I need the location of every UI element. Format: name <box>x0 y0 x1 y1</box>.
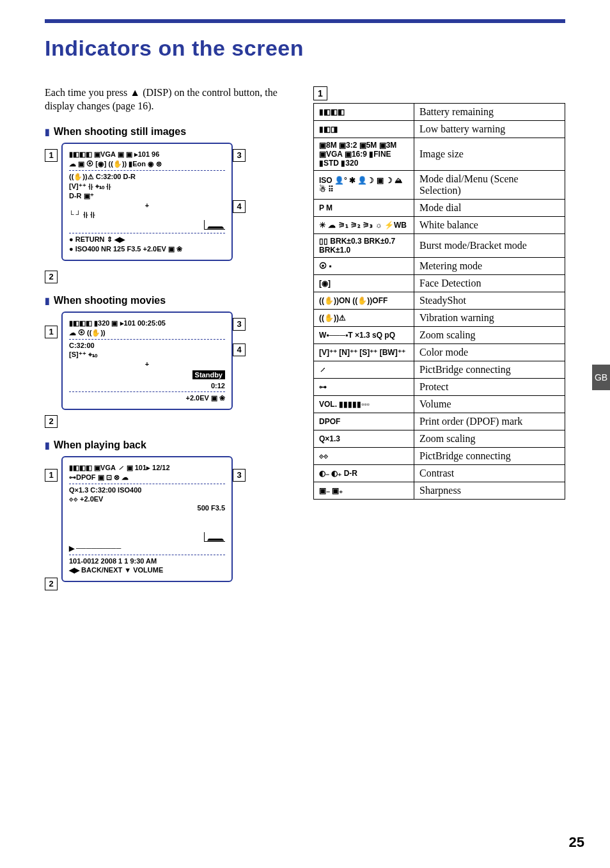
indicator-desc-cell: Burst mode/Bracket mode <box>414 234 565 258</box>
indicator-icon-cell: [◉] <box>314 275 414 292</box>
callout-1: 1 <box>45 149 58 162</box>
mov-row5: + <box>69 360 225 368</box>
table-row: DPOFPrint order (DPOF) mark <box>314 413 565 430</box>
table-row: ⊶Protect <box>314 379 565 396</box>
still-row8: ● RETURN ⇕ ◀▶ <box>69 235 225 244</box>
intro-paragraph: Each time you press ▲ (DISP) on the cont… <box>45 86 288 113</box>
mov-row1: ▮◧◧◧ ▮320 ▣ ▸101 00:25:05 <box>69 319 225 327</box>
page-title: Indicators on the screen <box>45 36 565 61</box>
callout-1: 1 <box>45 469 58 482</box>
indicator-desc-cell: Mode dial <box>414 200 565 217</box>
indicator-icon-cell: Q×1.3 <box>314 430 414 448</box>
indicator-icon-cell: ▣8M ▣3:2 ▣5M ▣3M ▣VGA ▣16:9 ▮FINE ▮STD ▮… <box>314 138 414 171</box>
table-row: ⟋PictBridge connecting <box>314 361 565 379</box>
indicator-desc-cell: Print order (DPOF) mark <box>414 413 565 430</box>
diagram-still: 1 2 ▮◧◧◧ ▣VGA ▣ ▣ ▸101 96 ☁ ▣ ⦿ [◉] ((✋)… <box>45 143 249 283</box>
indicator-desc-cell: Image size <box>414 138 565 171</box>
callout-2: 2 <box>45 415 58 428</box>
table-row: ☀ ☁ ⚞₁ ⚞₂ ⚞₃ ☼ ⚡WBWhite balance <box>314 217 565 234</box>
mov-row2: ☁ ⦿ ((✋)) <box>69 329 225 337</box>
intro-text-1: Each time you press <box>45 87 130 98</box>
indicator-icon-cell: P M <box>314 200 414 217</box>
up-triangle-icon: ▲ <box>130 87 140 98</box>
still-row6: + <box>69 201 225 209</box>
callout-2: 2 <box>45 578 58 590</box>
indicator-desc-cell: SteadyShot <box>414 292 565 310</box>
callout-2: 2 <box>45 271 58 283</box>
histogram-icon <box>204 220 225 230</box>
mov-row6: Standby <box>192 370 225 379</box>
table-row: ISO 👤° ✱ 👤☽ ▣ ☽ ⛰ ☃ ⠿Mode dial/Menu (Sce… <box>314 171 565 200</box>
indicator-desc-cell: Battery remaining <box>414 104 565 121</box>
still-row3: ((✋))⚠ C:32:00 D‑R <box>69 173 225 181</box>
still-row9: ● ISO400 NR 125 F3.5 +2.0EV ▣ ❀ <box>69 245 225 253</box>
indicator-icon-cell: ☀ ☁ ⚞₁ ⚞₂ ⚞₃ ☼ ⚡WB <box>314 217 414 234</box>
callout-1: 1 <box>45 326 58 338</box>
indicator-desc-cell: Volume <box>414 396 565 413</box>
pb-row4: ⟐⟐ +2.0EV <box>69 495 225 503</box>
table-row: ⦿ ▪Metering mode <box>314 258 565 275</box>
still-row1: ▮◧◧◧ ▣VGA ▣ ▣ ▸101 96 <box>69 150 225 159</box>
table-row: ▯▯ BRK±0.3 BRK±0.7 BRK±1.0Burst mode/Bra… <box>314 234 565 258</box>
table-row: VOL. ▮▮▮▮▮▫▫▫Volume <box>314 396 565 413</box>
table-row: [V]⁺⁺ [N]⁺⁺ [S]⁺⁺ [BW]⁺⁺Color mode <box>314 344 565 361</box>
indicator-desc-cell: Low battery warning <box>414 121 565 138</box>
indicator-desc-cell: PictBridge connecting <box>414 448 565 465</box>
indicator-icon-cell: ((✋))⚠ <box>314 310 414 327</box>
histogram-icon <box>204 532 225 542</box>
pb-row3: Q×1.3 C:32:00 ISO400 <box>69 486 225 494</box>
indicator-desc-cell: Sharpness <box>414 482 565 500</box>
indicator-icon-cell: ⟐⟐ <box>314 448 414 465</box>
indicator-icon-cell: ▣₋ ▣₊ <box>314 482 414 500</box>
indicator-icon-cell: ▯▯ BRK±0.3 BRK±0.7 BRK±1.0 <box>314 234 414 258</box>
table-row: ((✋))⚠Vibration warning <box>314 310 565 327</box>
indicator-icon-cell: W▪───▪T ×1.3 sQ pQ <box>314 327 414 344</box>
indicator-icon-cell: ((✋))ON ((✋))OFF <box>314 292 414 310</box>
table-row: ◐₋ ◐₊ D‑RContrast <box>314 465 565 482</box>
diagram-movies: 1 2 ▮◧◧◧ ▮320 ▣ ▸101 00:25:05 ☁ ⦿ ((✋)) … <box>45 312 249 428</box>
indicator-desc-cell: Zoom scaling <box>414 327 565 344</box>
pb-row2: ⊶DPOF ▣ ⊡ ⊗ ☁ <box>69 473 225 482</box>
indicator-desc-cell: Mode dial/Menu (Scene Selection) <box>414 171 565 200</box>
indicator-icon-cell: DPOF <box>314 413 414 430</box>
pb-row8: ◀▶ BACK/NEXT ▼ VOLUME <box>69 566 225 574</box>
still-row2: ☁ ▣ ⦿ [◉] ((✋)) ▮Eon ◉ ⊗ <box>69 160 225 168</box>
indicator-desc-cell: Face Detection <box>414 275 565 292</box>
table-row: P MMode dial <box>314 200 565 217</box>
indicator-desc-cell: Contrast <box>414 465 565 482</box>
mov-row7: 0:12 <box>69 382 225 390</box>
header-rule <box>45 19 565 23</box>
table-row: Q×1.3Zoom scaling <box>314 430 565 448</box>
indicator-icon-cell: ⦿ ▪ <box>314 258 414 275</box>
pb-row1: ▮◧◧◧ ▣VGA ⟋ ▣ 101▸ 12/12 <box>69 464 225 472</box>
table-row: ▣8M ▣3:2 ▣5M ▣3M ▣VGA ▣16:9 ▮FINE ▮STD ▮… <box>314 138 565 171</box>
callout-3: 3 <box>233 469 246 482</box>
subhead-movies: When shooting movies <box>45 295 288 306</box>
subhead-still: When shooting still images <box>45 126 288 138</box>
language-tab: GB <box>592 365 610 390</box>
indicator-desc-cell: PictBridge connecting <box>414 361 565 379</box>
callout-4: 4 <box>233 343 246 356</box>
callout-3: 3 <box>233 149 246 162</box>
indicator-icon-cell: VOL. ▮▮▮▮▮▫▫▫ <box>314 396 414 413</box>
indicator-icon-cell: ⊶ <box>314 379 414 396</box>
still-row5: D‑R ▣⁺ <box>69 192 225 200</box>
indicator-icon-cell: ▮◧◧◧ <box>314 104 414 121</box>
mov-row8: +2.0EV ▣ ❀ <box>69 394 225 402</box>
table-section-num: 1 <box>313 86 327 100</box>
subhead-playback: When playing back <box>45 439 288 451</box>
diagram-playback: 1 2 ▮◧◧◧ ▣VGA ⟋ ▣ 101▸ 12/12 ⊶DPOF ▣ ⊡ ⊗… <box>45 456 249 590</box>
left-column: Each time you press ▲ (DISP) on the cont… <box>45 86 288 602</box>
indicator-icon-cell: ⟋ <box>314 361 414 379</box>
indicator-desc-cell: Zoom scaling <box>414 430 565 448</box>
table-row: ⟐⟐PictBridge connecting <box>314 448 565 465</box>
indicator-icon-cell: ◐₋ ◐₊ D‑R <box>314 465 414 482</box>
callout-3: 3 <box>233 318 246 331</box>
table-row: ▣₋ ▣₊Sharpness <box>314 482 565 500</box>
table-row: W▪───▪T ×1.3 sQ pQZoom scaling <box>314 327 565 344</box>
indicator-icon-cell: [V]⁺⁺ [N]⁺⁺ [S]⁺⁺ [BW]⁺⁺ <box>314 344 414 361</box>
still-row4: [V]⁺⁺ ⸡⸠ ⌖₁₀ ⸡⸠ <box>69 182 225 191</box>
indicators-table: ▮◧◧◧Battery remaining▮◧◨Low battery warn… <box>313 103 565 500</box>
pb-row5: 500 F3.5 <box>69 504 225 512</box>
indicator-desc-cell: White balance <box>414 217 565 234</box>
